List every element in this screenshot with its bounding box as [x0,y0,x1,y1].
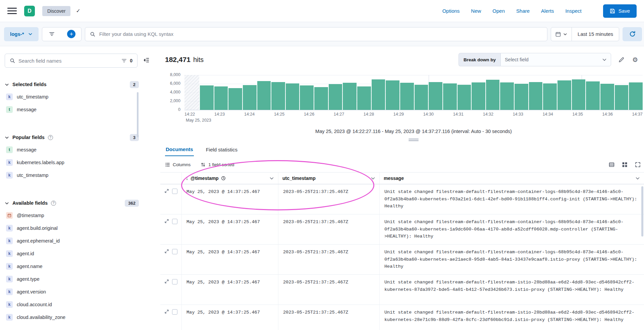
breadcrumb[interactable]: Discover [42,6,70,16]
row-checkbox[interactable] [172,279,177,284]
refresh-button[interactable] [623,27,642,41]
row-checkbox[interactable] [172,189,177,194]
collapse-sidebar-icon[interactable] [143,57,149,64]
field-item[interactable]: kutc_timestamp [5,169,139,182]
histogram-bar[interactable] [486,80,500,110]
field-section-header[interactable]: Available fields?362 [5,197,139,209]
histogram-bar[interactable] [257,81,271,110]
histogram-bar[interactable] [228,88,242,110]
row-height-icon[interactable] [609,162,614,168]
calendar-button[interactable] [551,27,572,41]
chevron-down-icon[interactable] [269,176,274,181]
field-item[interactable]: tmessage [5,143,139,156]
field-search[interactable]: 0 [5,54,138,68]
chevron-down-icon[interactable] [635,176,640,181]
histogram-bar[interactable] [415,85,428,110]
histogram-bar[interactable] [357,86,371,110]
chevron-down-icon[interactable] [371,176,375,181]
field-item[interactable]: kagent.name [5,260,139,273]
row-checkbox[interactable] [172,309,177,315]
grid-header-message[interactable]: message [380,173,644,184]
kql-search-bar[interactable] [85,27,547,41]
histogram-bar[interactable] [214,86,228,110]
field-section-header[interactable]: Selected fields2 [5,78,139,90]
histogram-bar[interactable] [372,79,385,110]
row-checkbox[interactable] [172,219,177,224]
grid-scrollbar[interactable] [641,186,643,237]
nav-link-alerts[interactable]: Alerts [541,8,554,14]
histogram-bar[interactable] [329,84,342,110]
histogram-bar[interactable] [300,85,314,110]
histogram-bar[interactable] [615,85,629,110]
histogram-bar[interactable] [557,80,571,110]
field-item[interactable]: tmessage [5,103,139,116]
field-filter-button[interactable]: 0 [117,54,137,67]
histogram-bar[interactable] [529,82,543,110]
histogram-bar[interactable] [543,83,557,110]
histogram-bar[interactable] [271,82,285,110]
field-item[interactable]: kutc_timestamp [5,90,139,103]
field-section-header[interactable]: Popular fields?3 [5,131,139,143]
grid-header-utc-timestamp[interactable]: utc_timestamp [278,173,380,184]
histogram-bar[interactable] [600,84,614,110]
sidebar-scrollbar[interactable] [137,92,139,137]
histogram-bar[interactable] [500,82,514,110]
field-item[interactable]: kcloud.account.id [5,298,139,311]
histogram-bar[interactable] [515,84,528,110]
expand-row-icon[interactable] [164,219,169,223]
histogram-plot[interactable] [184,75,643,110]
expand-row-icon[interactable] [164,309,169,314]
menu-icon[interactable] [7,7,17,15]
nav-link-inspect[interactable]: Inspect [565,8,581,14]
expand-row-icon[interactable] [164,279,169,284]
help-icon[interactable]: ? [51,201,56,206]
field-item[interactable]: @timestamp [5,209,139,222]
histogram-bar[interactable] [458,85,471,110]
columns-button[interactable]: Columns [165,162,191,167]
grid-header-timestamp[interactable]: ↓ @timestamp [182,173,278,184]
data-view-picker[interactable]: logs-* [4,27,39,41]
histogram-bar[interactable] [200,85,214,110]
histogram-bar[interactable] [629,82,643,110]
histogram-bar[interactable] [314,87,328,110]
nav-link-options[interactable]: Options [442,8,460,14]
filter-icon[interactable] [42,27,62,41]
nav-link-share[interactable]: Share [516,8,530,14]
edit-visualization-icon[interactable] [619,57,624,63]
chart-resize-handle[interactable] [409,139,419,141]
field-item[interactable]: kcloud.availability_zone [5,311,139,324]
kql-input[interactable] [99,31,542,37]
histogram-bar[interactable] [243,85,257,110]
time-range-button[interactable]: Last 15 minutes [572,31,619,37]
expand-row-icon[interactable] [164,249,169,254]
field-item[interactable]: kagent.build.original [5,222,139,235]
grid-view-icon[interactable] [622,162,628,168]
field-item[interactable]: kagent.type [5,273,139,285]
expand-row-icon[interactable] [164,189,169,193]
field-item[interactable]: kagent.id [5,247,139,260]
add-filter-button[interactable]: + [62,27,81,41]
nav-link-new[interactable]: New [471,8,481,14]
histogram-bar[interactable] [343,83,357,110]
field-item[interactable]: kagent.version [5,285,139,298]
breakdown-select[interactable]: Select field [500,53,611,66]
histogram-bar[interactable] [429,82,442,110]
histogram-bar[interactable] [386,80,399,110]
row-checkbox[interactable] [172,249,177,254]
histogram-bar[interactable] [286,83,300,110]
field-item[interactable]: kagent.ephemeral_id [5,235,139,247]
fullscreen-icon[interactable] [635,162,641,168]
field-item[interactable]: kkubernetes.labels.app [5,156,139,169]
nav-link-open[interactable]: Open [492,8,505,14]
tab-field-statistics[interactable]: Field statistics [205,144,238,156]
histogram-bar[interactable] [572,79,586,110]
space-avatar[interactable]: D [24,6,35,16]
histogram-bar[interactable] [472,82,485,110]
save-button[interactable]: Save [603,4,637,18]
histogram-bar[interactable] [400,83,414,110]
gear-icon[interactable]: ⚙ [632,57,638,63]
field-search-input[interactable] [18,58,117,64]
tab-documents[interactable]: Documents [165,144,194,156]
histogram-bar[interactable] [443,83,457,110]
histogram-bar[interactable] [586,81,600,110]
